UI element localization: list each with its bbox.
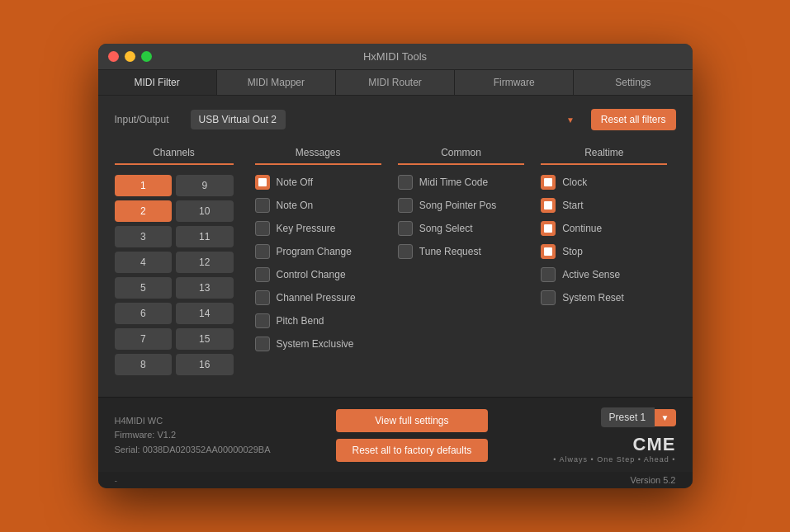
channel-btn-5[interactable]: 5 <box>115 277 173 299</box>
io-select-wrapper: USB Virtual Out 2 <box>191 110 581 129</box>
tab-midi-filter[interactable]: MIDI Filter <box>98 70 217 95</box>
channel-btn-6[interactable]: 6 <box>115 303 173 324</box>
filter-grid: Channels 1 9 2 10 3 11 4 12 5 13 6 14 7 … <box>115 147 676 375</box>
song-pointer-label: Song Pointer Pos <box>419 200 496 211</box>
channel-btn-3[interactable]: 3 <box>115 226 173 247</box>
maximize-button[interactable] <box>141 51 152 62</box>
common-title: Common <box>398 147 524 165</box>
song-pointer-checkbox[interactable] <box>398 198 413 213</box>
input-output-row: Input/Output USB Virtual Out 2 Reset all… <box>115 109 676 130</box>
continue-label: Continue <box>562 223 602 234</box>
tab-firmware[interactable]: Firmware <box>455 70 574 95</box>
filter-system-reset: System Reset <box>541 290 667 305</box>
filter-clock: Clock <box>541 175 667 190</box>
tune-request-label: Tune Request <box>419 246 481 257</box>
realtime-title: Realtime <box>541 147 667 165</box>
filter-channel-pressure: Channel Pressure <box>255 290 381 305</box>
version-dash: - <box>115 475 118 485</box>
channel-btn-8[interactable]: 8 <box>115 354 173 375</box>
note-off-checkbox[interactable] <box>255 175 270 190</box>
serial-number: Serial: 0038DA020352AA00000029BA <box>115 443 271 458</box>
tab-settings[interactable]: Settings <box>574 70 692 95</box>
channel-btn-12[interactable]: 12 <box>176 252 234 273</box>
filter-active-sense: Active Sense <box>541 267 667 282</box>
clock-label: Clock <box>562 177 587 188</box>
clock-checkbox[interactable] <box>541 175 556 190</box>
title-bar: HxMIDI Tools <box>98 44 693 70</box>
app-title: HxMIDI Tools <box>363 50 427 63</box>
tab-midi-mapper[interactable]: MIDI Mapper <box>217 70 336 95</box>
filter-sysex: System Exclusive <box>255 337 381 351</box>
footer: H4MIDI WC Firmware: V1.2 Serial: 0038DA0… <box>98 397 693 472</box>
midi-time-code-checkbox[interactable] <box>398 175 413 190</box>
channel-btn-11[interactable]: 11 <box>176 226 234 247</box>
channel-btn-4[interactable]: 4 <box>115 252 173 273</box>
channel-pressure-checkbox[interactable] <box>255 290 270 305</box>
filter-song-pointer: Song Pointer Pos <box>398 198 524 213</box>
footer-right: Preset 1 ▼ CME • Always • One Step • Ahe… <box>553 407 675 464</box>
key-pressure-checkbox[interactable] <box>255 221 270 236</box>
channel-btn-16[interactable]: 16 <box>176 354 234 375</box>
filter-stop: Stop <box>541 244 667 259</box>
active-sense-label: Active Sense <box>562 269 620 280</box>
preset-dropdown-button[interactable]: ▼ <box>655 409 676 426</box>
channel-pressure-label: Channel Pressure <box>277 292 356 304</box>
cme-brand: CME • Always • One Step • Ahead • <box>553 434 675 464</box>
firmware-version: Firmware: V1.2 <box>115 428 271 443</box>
tab-bar: MIDI Filter MIDI Mapper MIDI Router Firm… <box>98 70 693 96</box>
sysex-label: System Exclusive <box>277 338 354 350</box>
control-change-checkbox[interactable] <box>255 267 270 282</box>
cme-logo-text: CME <box>633 434 676 454</box>
minimize-button[interactable] <box>125 51 135 62</box>
filter-note-on: Note On <box>255 198 381 213</box>
io-select[interactable]: USB Virtual Out 2 <box>191 110 286 129</box>
channel-btn-7[interactable]: 7 <box>115 328 173 350</box>
channels-section: Channels 1 9 2 10 3 11 4 12 5 13 6 14 7 … <box>115 147 247 375</box>
system-reset-label: System Reset <box>562 292 624 304</box>
filter-note-off: Note Off <box>255 175 381 190</box>
preset-select[interactable]: Preset 1 <box>601 407 655 427</box>
close-button[interactable] <box>108 51 119 62</box>
filter-song-select: Song Select <box>398 221 524 236</box>
realtime-section: Realtime Clock Start Continue Stop <box>532 147 675 375</box>
pitch-bend-checkbox[interactable] <box>255 313 270 328</box>
midi-time-code-label: Midi Time Code <box>419 177 488 188</box>
note-on-checkbox[interactable] <box>255 198 270 213</box>
channel-btn-14[interactable]: 14 <box>176 303 234 324</box>
channel-btn-2[interactable]: 2 <box>115 200 173 222</box>
reset-factory-button[interactable]: Reset all to factory defaults <box>336 439 489 462</box>
continue-checkbox[interactable] <box>541 221 556 236</box>
filter-continue: Continue <box>541 221 667 236</box>
start-checkbox[interactable] <box>541 198 556 213</box>
sysex-checkbox[interactable] <box>255 337 270 351</box>
channels-title: Channels <box>115 147 234 165</box>
channel-btn-9[interactable]: 9 <box>176 175 234 196</box>
pitch-bend-label: Pitch Bend <box>277 315 324 327</box>
tab-midi-router[interactable]: MIDI Router <box>336 70 455 95</box>
song-select-checkbox[interactable] <box>398 221 413 236</box>
channel-btn-10[interactable]: 10 <box>176 200 234 222</box>
reset-filters-button[interactable]: Reset all filters <box>591 109 676 130</box>
program-change-checkbox[interactable] <box>255 244 270 259</box>
system-reset-checkbox[interactable] <box>541 290 556 305</box>
view-full-settings-button[interactable]: View full settings <box>336 409 489 432</box>
song-select-label: Song Select <box>419 223 473 234</box>
filter-midi-time-code: Midi Time Code <box>398 175 524 190</box>
channel-btn-1[interactable]: 1 <box>115 175 173 196</box>
messages-section: Messages Note Off Note On Key Pressure P… <box>247 147 390 375</box>
channel-btn-15[interactable]: 15 <box>176 328 234 350</box>
version-bar: - Version 5.2 <box>98 472 693 488</box>
tune-request-checkbox[interactable] <box>398 244 413 259</box>
app-window: HxMIDI Tools MIDI Filter MIDI Mapper MID… <box>98 44 693 488</box>
preset-row: Preset 1 ▼ <box>601 407 676 427</box>
io-label: Input/Output <box>115 114 181 125</box>
stop-checkbox[interactable] <box>541 244 556 259</box>
cme-logo: CME <box>553 434 675 455</box>
footer-grid: H4MIDI WC Firmware: V1.2 Serial: 0038DA0… <box>115 407 676 464</box>
channel-btn-13[interactable]: 13 <box>176 277 234 299</box>
filter-start: Start <box>541 198 667 213</box>
messages-title: Messages <box>255 147 381 165</box>
filter-pitch-bend: Pitch Bend <box>255 313 381 328</box>
note-on-label: Note On <box>277 200 314 211</box>
active-sense-checkbox[interactable] <box>541 267 556 282</box>
